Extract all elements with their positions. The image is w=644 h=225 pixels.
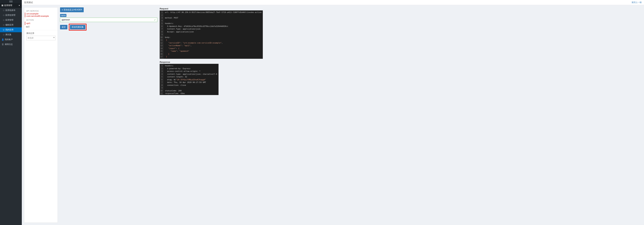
sidebar-item-publish[interactable]: 应用包发布 bbox=[0, 8, 22, 13]
sidebar-toggle[interactable] bbox=[0, 0, 22, 3]
sidebar: 应用管理 ▼ 应用包发布 应用包管理 应用管理 编辑应用 我的应用 测试集 👤我… bbox=[0, 0, 22, 225]
response-title: Response bbox=[160, 61, 642, 63]
submit-button[interactable]: 提交 bbox=[60, 25, 68, 29]
request-title: Request bbox=[160, 8, 642, 10]
page-title: 应用测试 bbox=[24, 1, 33, 4]
action-item-api2[interactable]: api2 bbox=[25, 25, 56, 28]
sidebar-item-app-mgmt[interactable]: 应用管理 bbox=[0, 18, 22, 23]
divider bbox=[24, 30, 58, 30]
line-gutter: 1234567891011121314151617 bbox=[160, 64, 164, 95]
check-icon: ✓ bbox=[154, 19, 156, 21]
testlog-label: 测试记录 bbox=[26, 32, 56, 35]
circle-icon bbox=[3, 29, 4, 31]
request-code-content: url: http://47.96.250.0:9527/devices/885… bbox=[164, 11, 263, 59]
sidebar-group-label: 应用管理 bbox=[4, 4, 12, 7]
sidebar-group-app-management[interactable]: 应用管理 ▼ bbox=[0, 3, 22, 8]
sidebar-item-call-log[interactable]: ☰调用日志 bbox=[0, 42, 22, 47]
form-panel: + 添加自定义HEADER name ✓ 提交 添加到测试集 bbox=[60, 8, 157, 223]
sidebar-item-test-set[interactable]: 测试集 bbox=[0, 32, 22, 37]
circle-icon bbox=[3, 24, 4, 26]
field-label-name: name bbox=[60, 14, 66, 17]
grid-icon bbox=[2, 5, 3, 6]
circle-icon bbox=[3, 10, 4, 11]
circle-icon bbox=[3, 15, 4, 16]
name-input[interactable] bbox=[60, 18, 157, 22]
circle-icon bbox=[3, 20, 4, 21]
request-code-block[interactable]: 123456789101112131415161718 url: http://… bbox=[160, 11, 263, 59]
service-name: urn:example-com:serviceID:example bbox=[25, 13, 56, 17]
action-item-api1[interactable]: api1 bbox=[25, 22, 56, 25]
highlight-annotation: 添加到测试集 bbox=[69, 24, 86, 31]
testlog-select[interactable]: 请选择 bbox=[26, 36, 56, 40]
menu-icon bbox=[9, 1, 12, 2]
add-custom-header-button[interactable]: + 添加自定义HEADER bbox=[60, 8, 84, 12]
user-icon: 👤 bbox=[2, 39, 4, 41]
sidebar-item-edit-app[interactable]: 编辑应用 bbox=[0, 23, 22, 27]
plus-icon: + bbox=[62, 9, 63, 11]
api-service-label: API SERVICE bbox=[26, 10, 56, 12]
sidebar-item-package-mgmt[interactable]: 应用包管理 bbox=[0, 13, 22, 18]
chevron-down-icon: ▼ bbox=[18, 5, 20, 6]
list-icon: ☰ bbox=[2, 43, 4, 46]
add-to-testset-button[interactable]: 添加到测试集 bbox=[70, 25, 85, 29]
back-link[interactable]: 返回上一级 bbox=[632, 1, 642, 4]
sidebar-item-my-apps[interactable]: 我的应用 bbox=[0, 27, 22, 32]
line-gutter: 123456789101112131415161718 bbox=[160, 11, 164, 59]
response-code-block[interactable]: 1234567891011121314151617 headers: x-pow… bbox=[160, 64, 218, 95]
sidebar-item-my-account[interactable]: 👤我的账户 bbox=[0, 37, 22, 42]
response-code-content: headers: x-powered-by: Express access-co… bbox=[164, 64, 218, 95]
service-panel: API SERVICE urn:example-com:serviceID:ex… bbox=[24, 8, 58, 223]
action-label: ACTION bbox=[26, 19, 56, 21]
circle-icon bbox=[3, 34, 4, 36]
breadcrumb-bar: 应用测试 返回上一级 bbox=[22, 0, 644, 5]
